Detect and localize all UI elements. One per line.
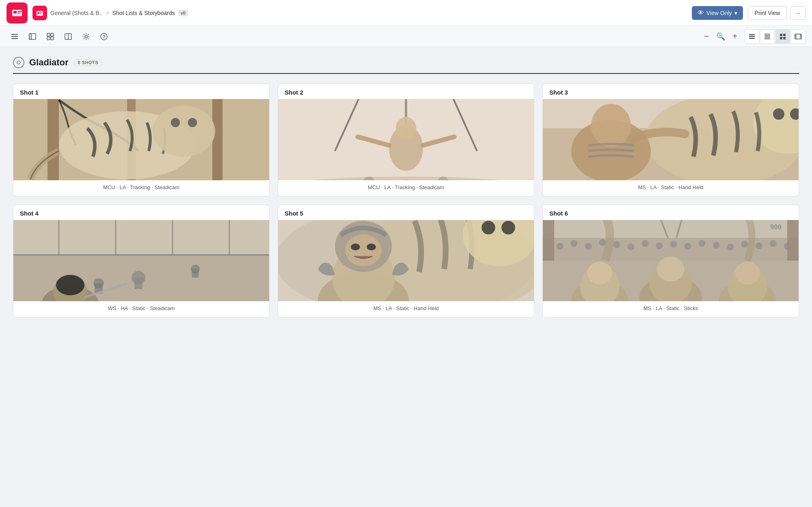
svg-rect-125 — [543, 220, 554, 261]
svg-rect-14 — [51, 33, 54, 36]
svg-rect-37 — [795, 35, 796, 36]
svg-rect-28 — [764, 37, 770, 38]
svg-point-68 — [773, 108, 784, 120]
breadcrumb-current[interactable]: Shot Lists & Storyboards — [112, 10, 175, 16]
grid-view-button[interactable] — [42, 28, 58, 45]
svg-point-110 — [599, 239, 606, 246]
zoom-out-button[interactable]: − — [700, 30, 713, 43]
help-button[interactable]: ? — [96, 28, 112, 45]
list-view-toggle[interactable] — [745, 29, 759, 44]
breadcrumb-separator: > — [106, 10, 109, 16]
shots-grid: Shot 1 — [13, 84, 799, 317]
svg-rect-29 — [764, 39, 770, 39]
svg-rect-24 — [749, 38, 755, 39]
shot-5-image — [278, 220, 534, 301]
version-badge: v0 — [178, 10, 188, 16]
svg-point-108 — [571, 240, 578, 247]
zoom-in-button[interactable]: + — [728, 30, 741, 43]
svg-point-89 — [56, 275, 84, 295]
shot-3-title: Shot 3 — [543, 84, 799, 99]
eye-icon: 👁 — [698, 9, 704, 17]
shot-1-meta: MCU · LA · Tracking · Steadicam — [13, 180, 269, 196]
shot-4-meta: WS · HA · Static · Steadicam — [13, 301, 269, 317]
zoom-search-icon: 🔍 — [716, 32, 725, 41]
svg-rect-8 — [11, 34, 18, 35]
grid-view-toggle[interactable] — [775, 29, 790, 44]
svg-rect-27 — [764, 36, 770, 37]
header-actions: Print View ··· — [748, 6, 806, 20]
svg-point-47 — [153, 106, 215, 157]
main-content: Gladiator 8 SHOTS Shot 1 — [0, 47, 812, 507]
shot-6-title: Shot 6 — [543, 205, 799, 220]
shot-card-4[interactable]: Shot 4 — [13, 205, 270, 317]
shot-card-5[interactable]: Shot 5 — [278, 205, 534, 317]
shot-3-meta: MS · LA · Static · Hand Held — [543, 180, 799, 196]
svg-rect-38 — [795, 37, 796, 37]
shots-count-badge: 8 SHOTS — [73, 59, 103, 66]
shot-6-meta: MS · LA · Static · Sticks — [543, 301, 799, 317]
svg-rect-13 — [47, 33, 50, 36]
svg-rect-3 — [17, 13, 21, 13]
scene-header: Gladiator 8 SHOTS — [13, 57, 799, 68]
svg-rect-82 — [134, 278, 143, 289]
svg-point-113 — [642, 240, 649, 247]
shot-2-meta: MCU · LA · Tracking · Steadicam — [278, 180, 534, 196]
svg-rect-1 — [13, 11, 17, 13]
shot-card-2[interactable]: Shot 2 — [278, 84, 534, 196]
svg-point-103 — [367, 244, 376, 250]
shot-1-image — [13, 99, 269, 180]
svg-point-135 — [735, 262, 760, 285]
shot-2-image — [278, 99, 534, 180]
film-view-toggle[interactable] — [791, 29, 806, 44]
svg-rect-32 — [780, 37, 782, 39]
svg-rect-84 — [192, 269, 199, 278]
svg-rect-43 — [48, 99, 59, 180]
svg-point-96 — [482, 221, 495, 235]
shot-card-1[interactable]: Shot 1 — [13, 84, 270, 196]
shot-5-meta: MS · LA · Static · Hand Held — [278, 301, 534, 317]
svg-point-118 — [713, 242, 720, 249]
toolbar: ? − 🔍 + — [0, 26, 812, 47]
svg-text:?: ? — [103, 35, 106, 39]
shot-6-image: 900 — [543, 220, 799, 301]
more-options-button[interactable]: ··· — [790, 6, 806, 20]
compact-view-toggle[interactable] — [760, 29, 775, 44]
svg-point-121 — [756, 242, 762, 249]
svg-point-114 — [656, 242, 663, 249]
svg-rect-25 — [764, 34, 770, 35]
scene-divider — [13, 73, 799, 74]
breadcrumb-project[interactable]: General (Shots & B.. — [50, 10, 102, 16]
app-header: General (Shots & B.. > Shot Lists & Stor… — [0, 0, 812, 26]
panel-view-button[interactable] — [24, 28, 41, 45]
svg-point-119 — [727, 244, 734, 250]
svg-rect-10 — [11, 38, 18, 39]
svg-rect-30 — [780, 34, 782, 36]
svg-rect-16 — [51, 37, 54, 40]
svg-point-109 — [585, 243, 592, 250]
view-only-label: View Only — [706, 10, 732, 16]
svg-rect-23 — [749, 36, 755, 37]
shot-5-title: Shot 5 — [278, 205, 534, 220]
svg-point-48 — [171, 118, 180, 127]
toolbar-right: − 🔍 + — [700, 29, 806, 44]
sidebar-toggle-button[interactable] — [6, 28, 23, 45]
shot-card-6[interactable]: Shot 6 — [542, 205, 799, 317]
svg-rect-26 — [764, 35, 770, 36]
shot-1-title: Shot 1 — [13, 84, 269, 99]
view-only-button[interactable]: 👁 View Only ▾ — [692, 6, 743, 20]
scene-icon — [13, 57, 24, 68]
shot-4-title: Shot 4 — [13, 205, 269, 220]
svg-point-101 — [345, 235, 382, 266]
shot-card-3[interactable]: Shot 3 — [542, 84, 799, 196]
split-view-button[interactable] — [60, 28, 76, 45]
svg-rect-7 — [40, 13, 41, 14]
scene-icon-inner — [17, 60, 21, 65]
svg-point-19 — [85, 35, 87, 38]
svg-point-112 — [628, 244, 635, 250]
svg-point-56 — [396, 117, 416, 140]
print-view-button[interactable]: Print View — [748, 6, 787, 20]
svg-rect-31 — [783, 34, 786, 36]
svg-rect-15 — [47, 37, 50, 40]
settings-button[interactable] — [78, 28, 94, 45]
scene-title: Gladiator — [29, 57, 69, 68]
